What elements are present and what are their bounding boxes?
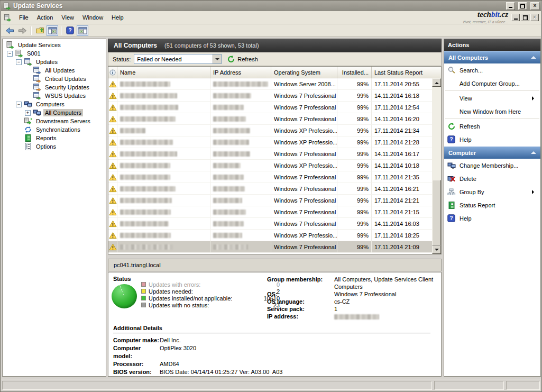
tree-expander[interactable]: − bbox=[16, 102, 22, 107]
folder-up-icon bbox=[35, 26, 44, 34]
redacted-name bbox=[120, 151, 177, 157]
redacted-ip bbox=[213, 221, 244, 226]
tree-item-options[interactable]: Options bbox=[3, 142, 106, 151]
action-help[interactable]: ?Help bbox=[444, 212, 540, 225]
table-row[interactable]: Windows 7 Professional99%17.11.2014 21:1… bbox=[108, 206, 432, 218]
tree-item-reports[interactable]: Reports bbox=[3, 134, 106, 142]
child-minimize-button[interactable] bbox=[511, 14, 520, 21]
menu-help[interactable]: Help bbox=[107, 13, 128, 22]
table-row[interactable]: Windows XP Professio...99%17.11.2014 18:… bbox=[108, 230, 432, 241]
window-title: Update Services bbox=[13, 2, 503, 10]
action-refresh[interactable]: Refresh bbox=[444, 120, 540, 133]
table-row[interactable]: Windows XP Professio...99%17.11.2014 21:… bbox=[108, 125, 432, 136]
tree-item-wsus-updates[interactable]: WSUS Updates bbox=[3, 92, 106, 100]
table-row[interactable]: Windows 7 Professional99%14.11.2014 16:2… bbox=[108, 113, 432, 125]
action-add-computer-group[interactable]: Add Computer Group... bbox=[444, 77, 540, 90]
table-row[interactable]: Windows 7 Professional99%17.11.2014 21:3… bbox=[108, 171, 432, 183]
action-view[interactable]: View bbox=[444, 92, 540, 105]
scroll-down-button[interactable] bbox=[432, 245, 441, 254]
detail-value: Dell Inc. bbox=[160, 336, 430, 344]
table-row[interactable]: Windows 7 Professional99%14.11.2014 16:0… bbox=[108, 218, 432, 230]
tree-item-all-computers[interactable]: +All Computers bbox=[3, 108, 106, 117]
menu-view[interactable]: View bbox=[57, 13, 78, 22]
tree-item-update-services[interactable]: Update Services bbox=[3, 41, 106, 49]
action-status-report[interactable]: Status Report bbox=[444, 198, 540, 212]
action-delete[interactable]: Delete bbox=[444, 172, 540, 185]
table-row[interactable]: Windows 7 Professional99%14.11.2014 16:1… bbox=[108, 90, 432, 102]
installed-percent-cell: 99% bbox=[337, 136, 372, 148]
column-header-date[interactable]: Last Status Report bbox=[372, 67, 433, 78]
action-group-header-computer[interactable]: Computer bbox=[444, 146, 540, 159]
table-row[interactable]: Windows XP Professio...99%14.11.2014 10:… bbox=[108, 160, 432, 171]
table-row[interactable]: Windows 7 Professional99%17.11.2014 21:0… bbox=[108, 241, 432, 253]
status-report-icon bbox=[447, 201, 456, 209]
show-console-tree-button[interactable] bbox=[47, 25, 58, 36]
ip-address-cell bbox=[210, 230, 271, 241]
tree-item-critical-updates[interactable]: Critical Updates bbox=[3, 75, 106, 83]
scroll-up-button[interactable] bbox=[432, 78, 441, 87]
up-one-level-button[interactable] bbox=[34, 25, 45, 36]
table-row[interactable]: Windows XP Professio...99%17.11.2014 21:… bbox=[108, 136, 432, 148]
action-help[interactable]: ?Help bbox=[444, 133, 540, 146]
status-filter-combobox[interactable]: Failed or Needed bbox=[134, 54, 222, 64]
close-icon: × bbox=[533, 15, 536, 20]
action-group-by[interactable]: Group By bbox=[444, 185, 540, 198]
column-header-inst[interactable]: Installed... bbox=[337, 67, 372, 78]
table-row[interactable]: Windows 7 Professional99%17.11.2014 12:5… bbox=[108, 102, 432, 113]
redacted-name bbox=[120, 81, 170, 87]
minimize-button[interactable] bbox=[506, 2, 515, 10]
table-row[interactable]: Windows 7 Professional99%14.11.2014 16:2… bbox=[108, 183, 432, 195]
tree-expander[interactable]: + bbox=[25, 110, 31, 116]
tree-item-synchronizations[interactable]: Synchronizations bbox=[3, 125, 106, 134]
operating-system-cell: Windows 7 Professional bbox=[271, 241, 337, 252]
results-count: (51 computers of 53 shown, 53 total) bbox=[164, 42, 259, 49]
help-button[interactable]: ? bbox=[64, 25, 76, 36]
operating-system-cell: Windows 7 Professional bbox=[271, 148, 337, 159]
menu-action[interactable]: Action bbox=[33, 13, 58, 22]
child-window-controls: × bbox=[510, 14, 539, 21]
techbit-tagline: život, recenze, IT a vůbec... bbox=[463, 20, 508, 24]
table-row[interactable]: Windows Server 2008...99%17.11.2014 20:5… bbox=[108, 78, 432, 90]
action-search[interactable]: Search... bbox=[444, 63, 540, 77]
menu-file[interactable]: File bbox=[15, 13, 33, 22]
table-row[interactable]: Windows 7 Professional99%14.11.2014 16:1… bbox=[108, 148, 432, 160]
tree-expander[interactable]: − bbox=[16, 59, 22, 65]
back-button[interactable] bbox=[4, 25, 15, 36]
vertical-scrollbar[interactable] bbox=[432, 78, 441, 254]
column-header-os[interactable]: Operating System bbox=[271, 67, 337, 78]
combobox-dropdown-button[interactable] bbox=[213, 54, 221, 63]
toolbar: ? bbox=[1, 24, 541, 37]
reports-icon bbox=[24, 134, 32, 142]
results-title: All Computers bbox=[114, 42, 157, 49]
tree-item-all-updates[interactable]: All Updates bbox=[3, 66, 106, 75]
show-action-pane-button[interactable] bbox=[77, 25, 88, 36]
column-header-name[interactable]: Name bbox=[117, 67, 210, 78]
forward-button[interactable] bbox=[16, 25, 28, 36]
child-restore-button[interactable] bbox=[521, 14, 529, 21]
search-icon bbox=[447, 66, 456, 75]
tree-item-downstream-servers[interactable]: Downstream Servers bbox=[3, 117, 106, 125]
action-label: Add Computer Group... bbox=[460, 80, 520, 87]
menu-window[interactable]: Window bbox=[78, 13, 107, 22]
scrollbar-thumb[interactable] bbox=[432, 180, 441, 245]
computer-name-cell bbox=[117, 102, 210, 113]
table-row[interactable]: Windows 7 Professional99%17.11.2014 21:2… bbox=[108, 195, 432, 206]
ip-address-cell bbox=[210, 218, 271, 229]
results-header: All Computers (51 computers of 53 shown,… bbox=[108, 39, 442, 52]
tree-item-security-updates[interactable]: Security Updates bbox=[3, 83, 106, 92]
tree-item-updates[interactable]: −Updates bbox=[3, 58, 106, 66]
action-new-window-from-here[interactable]: New Window from Here bbox=[444, 105, 540, 118]
restore-button[interactable] bbox=[518, 2, 527, 10]
close-button[interactable]: × bbox=[530, 2, 539, 10]
child-close-button[interactable]: × bbox=[530, 14, 539, 21]
column-header-ip[interactable]: IP Address bbox=[210, 67, 271, 78]
tree-item-s001[interactable]: −S001 bbox=[3, 49, 106, 58]
refresh-button[interactable]: Refresh bbox=[227, 55, 258, 63]
column-header-info[interactable] bbox=[108, 67, 117, 78]
tree-item-computers[interactable]: −Computers bbox=[3, 100, 106, 108]
action-group-header-all-computers[interactable]: All Computers bbox=[444, 51, 540, 63]
tree-expander[interactable]: − bbox=[7, 51, 13, 57]
redacted-ip bbox=[213, 244, 248, 250]
warning-icon bbox=[108, 136, 117, 148]
action-change-membership[interactable]: Change Membership... bbox=[444, 159, 540, 172]
